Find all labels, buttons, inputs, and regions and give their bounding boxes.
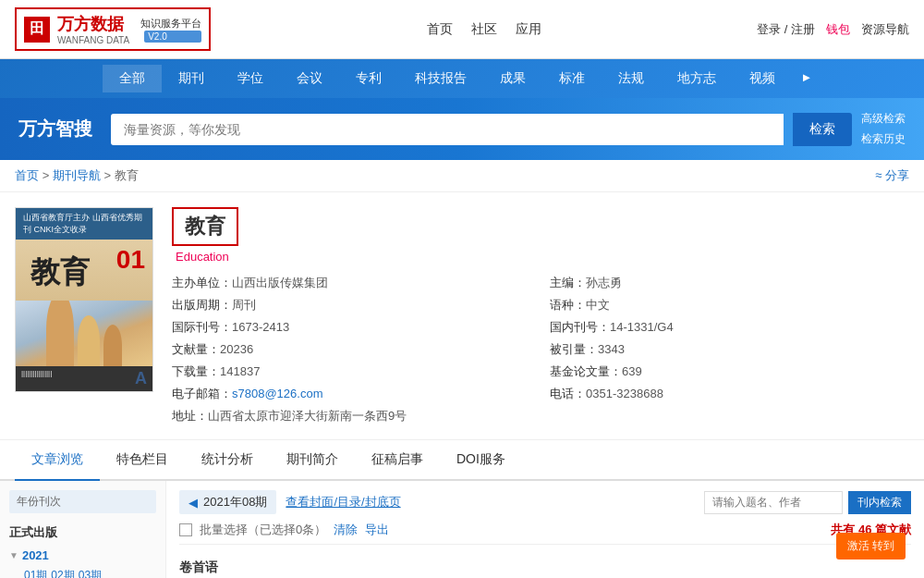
share-button[interactable]: ≈ 分享 — [875, 167, 909, 184]
login-link[interactable]: 登录 / 注册 — [757, 21, 815, 38]
tabs-bar: 文章浏览 特色栏目 统计分析 期刊简介 征稿启事 DOI服务 — [0, 440, 924, 481]
nav-home[interactable]: 首页 — [427, 21, 453, 38]
meta-organizer: 主办单位：山西出版传媒集团 — [172, 275, 531, 291]
year-2021[interactable]: 2021 — [22, 548, 49, 562]
batch-clear[interactable]: 清除 — [334, 522, 358, 538]
section-title-volume: 卷首语 — [179, 552, 911, 578]
meta-issn: 国际刊号：1673-2413 — [172, 319, 531, 336]
pub-status: 正式出版 — [9, 521, 156, 545]
prev-period-arrow[interactable]: ◀ — [188, 496, 198, 510]
meta-fund: 基金论文量：639 — [550, 363, 909, 380]
tab-intro[interactable]: 期刊简介 — [270, 440, 355, 481]
tab-submission[interactable]: 征稿启事 — [355, 440, 440, 481]
issue-02[interactable]: 02期 — [51, 568, 74, 578]
view-cover-link[interactable]: 查看封面/目录/封底页 — [286, 494, 400, 510]
nav-tech-report[interactable]: 科技报告 — [398, 65, 483, 92]
meta-email: 电子邮箱：s7808@126.com — [172, 386, 531, 402]
period-nav: ◀ 2021年08期 — [179, 490, 276, 514]
search-input-wrap — [111, 114, 784, 145]
batch-bar: 批量选择（已选择0条） 清除 导出 共有 46 篇文献 — [179, 522, 911, 545]
wallet-link[interactable]: 钱包 — [826, 21, 850, 38]
tab-doi[interactable]: DOI服务 — [440, 440, 522, 481]
cover-header: 山西省教育厅主办 山西省优秀期刊 CNKI全文收录 — [16, 208, 152, 240]
nav-standard[interactable]: 标准 — [542, 65, 602, 92]
nav-bar: 全部 期刊 学位 会议 专利 科技报告 成果 标准 法规 地方志 视频 ► — [0, 59, 924, 98]
share-label: 分享 — [885, 168, 909, 182]
breadcrumb-journal-nav[interactable]: 期刊导航 — [53, 168, 101, 182]
breadcrumb-home[interactable]: 首页 — [15, 168, 39, 182]
activate-button[interactable]: 激活 转到 — [836, 533, 906, 560]
year-arrow-icon: ▼ — [9, 550, 18, 560]
tab-stats[interactable]: 统计分析 — [185, 440, 270, 481]
batch-export[interactable]: 导出 — [365, 522, 389, 538]
year-2021-row: ▼ 2021 — [9, 545, 156, 566]
breadcrumb-sep1: > — [43, 168, 53, 182]
meta-address: 地址：山西省太原市迎泽大街新南一条西9号 — [172, 408, 909, 424]
search-in-input[interactable] — [704, 491, 843, 514]
meta-docs: 文献量：20236 — [172, 341, 531, 358]
meta-cn: 国内刊号：14-1331/G4 — [550, 319, 909, 336]
meta-language: 语种：中文 — [550, 297, 909, 314]
journal-detail: 山西省教育厅主办 山西省优秀期刊 CNKI全文收录 教育 01 — [0, 192, 924, 440]
logo-area: 田 万方数据 WANFANG DATA 知识服务平台 V2.0 — [15, 7, 211, 51]
nav-journal[interactable]: 期刊 — [162, 65, 221, 92]
journal-meta: 主办单位：山西出版传媒集团 主编：孙志勇 出版周期：周刊 语种：中文 国际刊号：… — [172, 275, 909, 424]
current-period: 2021年08期 — [203, 494, 267, 510]
nav-law[interactable]: 法规 — [602, 65, 661, 92]
header-nav: 首页 社区 应用 — [427, 21, 541, 38]
breadcrumb: 首页 > 期刊导航 > 教育 — [15, 167, 139, 184]
right-panel-header: ◀ 2021年08期 查看封面/目录/封底页 刊内检索 — [179, 490, 911, 514]
nav-video[interactable]: 视频 — [733, 65, 792, 92]
issue-row-1: 01期 02期 03期 — [9, 566, 156, 578]
page-header: 田 万方数据 WANFANG DATA 知识服务平台 V2.0 首页 社区 应用… — [0, 0, 924, 59]
nav-local[interactable]: 地方志 — [661, 65, 733, 92]
meta-editor: 主编：孙志勇 — [550, 275, 909, 291]
logo-badge: V2.0 — [144, 31, 201, 43]
meta-phone: 电话：0351-3238688 — [550, 386, 909, 402]
search-button[interactable]: 检索 — [793, 113, 852, 146]
logo-icon: 田 — [24, 17, 50, 43]
view-links: 查看封面/目录/封底页 — [286, 494, 400, 510]
breadcrumb-sep2: > — [103, 168, 114, 182]
advanced-search-link[interactable]: 高级检索 — [861, 109, 906, 129]
issue-01[interactable]: 01期 — [24, 568, 47, 578]
tab-article-browse[interactable]: 文章浏览 — [15, 440, 100, 481]
left-panel: 年份刊次 正式出版 ▼ 2021 01期 02期 03期 04期 05期 06期… — [0, 481, 166, 578]
journal-info: 教育 Education 主办单位：山西出版传媒集团 主编：孙志勇 出版周期：周… — [172, 207, 909, 424]
tab-featured[interactable]: 特色栏目 — [100, 440, 185, 481]
search-history-link[interactable]: 检索历史 — [861, 129, 906, 150]
search-in-button[interactable]: 刊内检索 — [848, 491, 911, 514]
batch-checkbox[interactable] — [179, 523, 192, 536]
search-title: 万方智搜 — [18, 117, 92, 141]
right-panel: ◀ 2021年08期 查看封面/目录/封底页 刊内检索 批量选择（已选择0条） … — [166, 481, 924, 578]
nav-conference[interactable]: 会议 — [280, 65, 339, 92]
logo-text-en: WANFANG DATA — [57, 35, 129, 45]
issue-03[interactable]: 03期 — [79, 568, 102, 578]
nav-all[interactable]: 全部 — [103, 65, 162, 92]
logo-wrapper: 万方数据 WANFANG DATA — [57, 13, 129, 45]
nav-community[interactable]: 社区 — [471, 21, 497, 38]
breadcrumb-current: 教育 — [115, 168, 139, 182]
journal-cover-image: 山西省教育厅主办 山西省优秀期刊 CNKI全文收录 教育 01 — [15, 207, 153, 392]
nav-more-icon[interactable]: ► — [792, 65, 822, 92]
cover-letter: A — [135, 369, 147, 388]
search-in-journal: 刊内检索 — [704, 491, 911, 514]
nav-patent[interactable]: 专利 — [339, 65, 398, 92]
cover-title-text: 教育 — [23, 245, 97, 301]
batch-select-label: 批量选择（已选择0条） — [200, 522, 326, 538]
header-right: 登录 / 注册 钱包 资源导航 — [757, 21, 909, 38]
meta-cited: 被引量：3343 — [550, 341, 909, 358]
search-bar: 万方智搜 检索 高级检索 检索历史 — [0, 98, 924, 160]
resource-nav-link[interactable]: 资源导航 — [861, 21, 909, 38]
left-panel-title: 年份刊次 — [9, 490, 156, 513]
nav-result[interactable]: 成果 — [483, 65, 542, 92]
email-link[interactable]: s7808@126.com — [232, 387, 322, 400]
nav-apps[interactable]: 应用 — [516, 21, 541, 38]
journal-cover: 山西省教育厅主办 山西省优秀期刊 CNKI全文收录 教育 01 — [15, 207, 153, 424]
journal-title: 教育 — [172, 207, 238, 246]
breadcrumb-bar: 首页 > 期刊导航 > 教育 ≈ 分享 — [0, 160, 924, 192]
nav-degree[interactable]: 学位 — [221, 65, 280, 92]
cover-barcode: |||||||||||||||| — [21, 369, 52, 388]
search-input[interactable] — [111, 114, 784, 145]
meta-period: 出版周期：周刊 — [172, 297, 531, 314]
